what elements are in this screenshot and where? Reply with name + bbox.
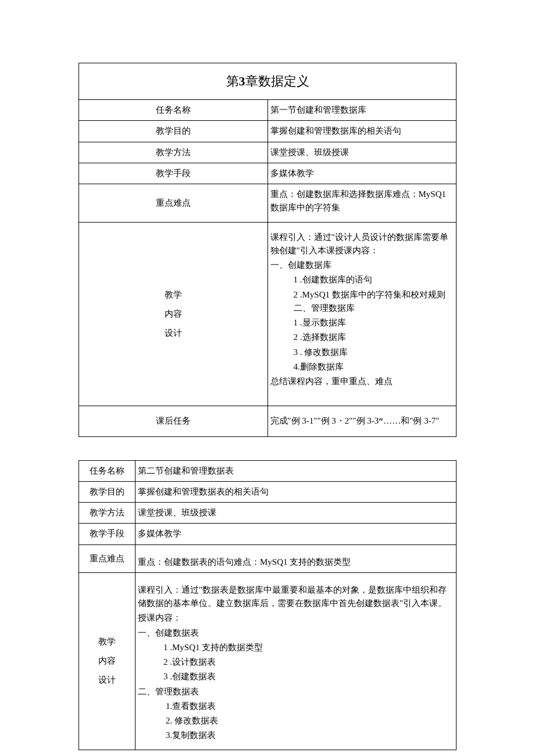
label-design-l1: 教学 xyxy=(165,285,182,304)
label-design-l2: 内容 xyxy=(165,304,182,324)
content-line: 总结课程内容，重申重点、难点 xyxy=(270,375,454,388)
label-means: 教学手段 xyxy=(79,163,268,184)
label-design-l3: 设计 xyxy=(98,671,116,690)
label-after: 课后任务 xyxy=(79,406,268,436)
lesson-table-1: 第3章数据定义 任务名称 第一节创建和管理数据库 教学目的 掌握创建和管理数据库… xyxy=(79,63,456,437)
content-line: 1.查看数据表 xyxy=(138,700,454,713)
content-line: 二、管理数据表 xyxy=(138,685,454,698)
label-design-l3: 设计 xyxy=(165,324,182,343)
content-line: 2. 修改数据表 xyxy=(138,714,454,728)
content-line: 3.复制数据表 xyxy=(138,729,454,742)
content-line: 课程引入：通过"设计人员设计的数据库需要单独创建"引入本课授课内容： xyxy=(270,231,454,258)
content-line: 3 . 修改数据库 xyxy=(270,346,454,359)
label-keypoint: 重点难点 xyxy=(79,184,268,223)
content-line: 一、创建数据库 xyxy=(270,259,454,272)
label-design-l1: 教学 xyxy=(98,632,116,651)
label-design-l2: 内容 xyxy=(98,651,116,671)
value-means-1: 多媒体教学 xyxy=(268,163,456,184)
content-line: 1 .显示数据库 xyxy=(270,316,454,329)
value-design-2: 课程引入：通过"数据表是数据库中最重要和最基本的对象，是数据库中组织和存储数据的… xyxy=(135,572,456,750)
content-line: 1 .MySQ1 支持的数据类型 xyxy=(138,641,454,654)
content-line: 2 .MySQ1 数据库中的字符集和校对规则二、管理数据库 xyxy=(270,288,454,316)
chapter-title: 第3章数据定义 xyxy=(79,63,456,100)
value-keypoint-1: 重点：创建数据库和选择数据库难点：MySQ1 数据库中的字符集 xyxy=(268,184,456,223)
value-design-1: 课程引入：通过"设计人员设计的数据库需要单独创建"引入本课授课内容： 一、创建数… xyxy=(268,222,456,406)
label-keypoint: 重点难点 xyxy=(79,544,135,572)
label-means: 教学手段 xyxy=(79,524,135,544)
document-page: 第3章数据定义 任务名称 第一节创建和管理数据库 教学目的 掌握创建和管理数据库… xyxy=(0,0,535,756)
value-task-name-2: 第二节创建和管理数据表 xyxy=(135,460,456,481)
label-goal: 教学目的 xyxy=(79,481,135,502)
value-task-name-1: 第一节创建和管理数据库 xyxy=(268,100,456,121)
value-keypoint-2: 重点：创建数据表的语句难点：MySQ1 支持的数据类型 xyxy=(135,544,456,572)
label-design: 教学 内容 设计 xyxy=(79,572,135,750)
content-line: 4.删除数据库 xyxy=(270,360,454,374)
value-goal-1: 掌握创建和管理数据库的相关语句 xyxy=(268,121,456,142)
label-task-name: 任务名称 xyxy=(79,460,135,481)
value-method-2: 课堂授课、班级授课 xyxy=(135,503,456,524)
value-means-2: 多媒体教学 xyxy=(135,524,456,544)
content-line: 2 .设计数据表 xyxy=(138,655,454,669)
content-line: 一、创建数据表 xyxy=(138,626,454,640)
value-method-1: 课堂授课、班级授课 xyxy=(268,142,456,163)
label-method: 教学方法 xyxy=(79,142,268,163)
content-line: 1 .创建数据库的语句 xyxy=(270,273,454,286)
lesson-table-2: 任务名称 第二节创建和管理数据表 教学目的 掌握创建和管理数据表的相关语句 教学… xyxy=(79,460,456,750)
value-goal-2: 掌握创建和管理数据表的相关语句 xyxy=(135,481,456,502)
content-line: 授课内容： xyxy=(138,611,454,625)
label-method: 教学方法 xyxy=(79,503,135,524)
content-line: 2 .选择数据库 xyxy=(270,331,454,344)
label-goal: 教学目的 xyxy=(79,121,268,142)
value-after-1: 完成"例 3-1""例 3・2""例 3-3ʷ……和"例 3-7" xyxy=(268,406,456,436)
content-line: 课程引入：通过"数据表是数据库中最重要和最基本的对象，是数据库中组织和存储数据的… xyxy=(138,583,454,611)
label-task-name: 任务名称 xyxy=(79,100,268,121)
label-design: 教学 内容 设计 xyxy=(79,222,268,406)
content-line: 3 .创建数据表 xyxy=(138,670,454,683)
